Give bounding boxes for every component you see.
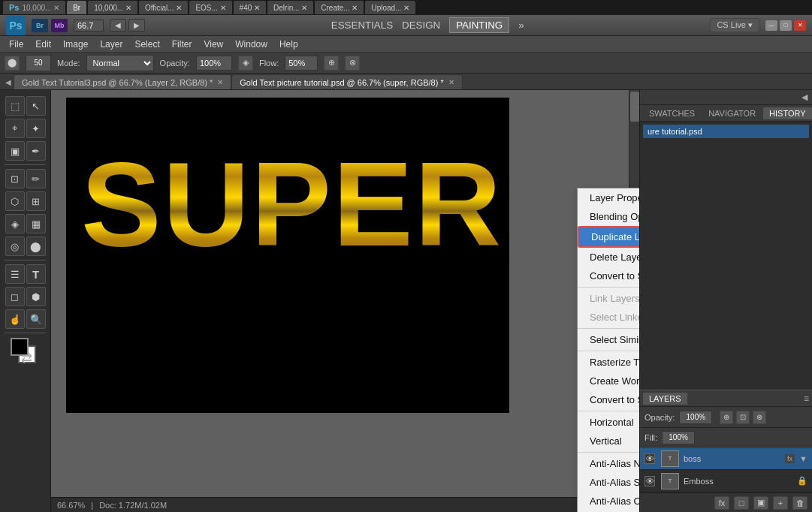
- tab7[interactable]: Delrin... ✕: [267, 1, 313, 14]
- type-tool-button[interactable]: T: [26, 264, 46, 284]
- history-entry-1[interactable]: ure tutorial.psd: [643, 125, 809, 138]
- menu-image[interactable]: Image: [57, 38, 94, 51]
- 3d-tool-button[interactable]: ⬢: [26, 287, 46, 306]
- menu-select[interactable]: Select: [128, 38, 165, 51]
- tab-navigator[interactable]: NAVIGATOR: [702, 107, 762, 119]
- layer-lock-emboss: 🔒: [797, 476, 807, 486]
- brush-size-display: 50: [26, 55, 51, 71]
- zoom-tool-button[interactable]: 🔍: [26, 309, 46, 329]
- tab8[interactable]: Create... ✕: [315, 1, 364, 14]
- clone-stamp-button[interactable]: ⬡: [5, 191, 25, 211]
- healing-brush-button[interactable]: ⊡: [5, 169, 25, 188]
- brush-tool-button[interactable]: ✏: [26, 169, 46, 188]
- add-style-button[interactable]: fx: [714, 496, 729, 510]
- maximize-button[interactable]: □: [780, 20, 792, 31]
- ctx-select-similar[interactable]: Select Similar Layers: [578, 330, 639, 349]
- tool-preset-icon[interactable]: ⬤: [5, 56, 20, 71]
- mode-select[interactable]: Normal: [86, 55, 154, 71]
- new-layer-button[interactable]: +: [773, 496, 788, 510]
- ctx-convert-smart-object[interactable]: Convert to Smart Object: [578, 267, 639, 285]
- eyedropper-button[interactable]: ✒: [26, 141, 46, 161]
- menu-edit[interactable]: Edit: [29, 38, 57, 51]
- layers-menu-icon[interactable]: ≡: [804, 393, 809, 404]
- layer-icon-1[interactable]: ⊕: [720, 411, 733, 424]
- tab3[interactable]: 10,000... ✕: [88, 1, 137, 14]
- minimize-button[interactable]: —: [765, 20, 777, 31]
- layer-item-emboss[interactable]: 👁 T Emboss 🔒: [640, 470, 812, 492]
- layer-visibility-boss[interactable]: 👁: [644, 453, 655, 464]
- ctx-antialias-none[interactable]: Anti-Alias None: [578, 454, 639, 473]
- essentials-button[interactable]: ESSENTIALS: [331, 20, 393, 31]
- ctx-delete-layer[interactable]: Delete Layer: [578, 248, 639, 267]
- ctx-convert-to-shape[interactable]: Convert to Shape: [578, 390, 639, 409]
- panel-collapse-button[interactable]: ◀: [801, 92, 807, 102]
- layer-item-boss[interactable]: 👁 T boss fx ▼: [640, 447, 812, 470]
- history-brush-button[interactable]: ⊞: [26, 191, 46, 211]
- menu-file[interactable]: File: [3, 38, 29, 51]
- active-app-tab[interactable]: Br: [67, 1, 86, 14]
- opacity-input[interactable]: [196, 56, 232, 71]
- vscroll-thumb[interactable]: [630, 92, 639, 122]
- zoom-input[interactable]: [74, 20, 104, 32]
- ctx-layer-properties[interactable]: Layer Properties...: [578, 188, 639, 207]
- nav-forward-button[interactable]: ▶: [128, 19, 145, 32]
- crop-tool-button[interactable]: ▣: [5, 141, 25, 161]
- ctx-vertical[interactable]: Vertical: [578, 432, 639, 450]
- doc-tab-1-close[interactable]: ✕: [217, 78, 223, 86]
- swap-colors-icon[interactable]: ⇄: [21, 350, 32, 366]
- layer-icon-2[interactable]: ⊡: [736, 411, 750, 424]
- flow-input[interactable]: [285, 56, 318, 71]
- painting-button[interactable]: PAINTING: [449, 17, 509, 33]
- gradient-button[interactable]: ▦: [26, 214, 46, 233]
- eraser-button[interactable]: ◈: [5, 214, 25, 233]
- hand-tool-button[interactable]: ☝: [5, 309, 25, 329]
- doc-tab-2[interactable]: Gold Text picture tutorial.psd @ 66.7% (…: [231, 74, 462, 89]
- ps-app-tab[interactable]: Ps 10,000... ✕: [3, 1, 65, 14]
- menu-window[interactable]: Window: [229, 38, 273, 51]
- ctx-create-work-path[interactable]: Create Work Path: [578, 372, 639, 390]
- ctx-antialias-crisp[interactable]: Anti-Alias Crisp: [578, 492, 639, 510]
- tab-history[interactable]: HISTORY: [763, 107, 812, 119]
- ctx-rasterize-type[interactable]: Rasterize Type: [578, 353, 639, 372]
- layer-visibility-emboss[interactable]: 👁: [644, 476, 655, 486]
- flow-icon[interactable]: ⊕: [324, 56, 339, 71]
- dodge-button[interactable]: ⬤: [26, 236, 46, 256]
- marquee-tool-button[interactable]: ⬚: [5, 96, 25, 116]
- canvas-background[interactable]: SUPER Layer Properties... Blending Optio…: [51, 90, 639, 512]
- menu-layer[interactable]: Layer: [94, 38, 128, 51]
- doc-tab-1[interactable]: Gold Text Tutorial3.psd @ 66.7% (Layer 2…: [14, 74, 231, 89]
- ctx-horizontal[interactable]: Horizontal: [578, 413, 639, 432]
- add-mask-button[interactable]: □: [734, 496, 749, 510]
- tab6[interactable]: #40 ✕: [234, 1, 266, 14]
- close-button[interactable]: ✕: [794, 20, 806, 31]
- collapse-panel-button[interactable]: ◀: [3, 74, 14, 89]
- more-button[interactable]: »: [518, 20, 524, 31]
- shape-tool-button[interactable]: ◻: [5, 287, 25, 306]
- nav-back-button[interactable]: ◀: [110, 19, 126, 32]
- menu-help[interactable]: Help: [273, 38, 304, 51]
- new-group-button[interactable]: ▣: [753, 496, 768, 510]
- menu-filter[interactable]: Filter: [166, 38, 198, 51]
- ctx-duplicate-layer[interactable]: Duplicate Layer...: [578, 226, 639, 248]
- ctx-blending-options[interactable]: Blending Options...: [578, 207, 639, 226]
- tab-layers[interactable]: LAYERS: [643, 393, 687, 405]
- doc-tab-2-close[interactable]: ✕: [448, 78, 454, 86]
- design-button[interactable]: DESIGN: [402, 20, 440, 31]
- ctx-sep-4: [578, 411, 639, 411]
- lasso-tool-button[interactable]: ⌖: [5, 119, 25, 138]
- blur-button[interactable]: ◎: [5, 236, 25, 256]
- menu-view[interactable]: View: [198, 38, 229, 51]
- move-tool-button[interactable]: ↖: [26, 96, 46, 116]
- opacity-toggle-icon[interactable]: ◈: [238, 56, 253, 71]
- delete-layer-button[interactable]: 🗑: [792, 496, 807, 510]
- airbrush-icon[interactable]: ⊗: [345, 56, 360, 71]
- ctx-antialias-sharp[interactable]: Anti-Alias Sharp: [578, 473, 639, 492]
- tab5[interactable]: EOS... ✕: [189, 1, 231, 14]
- tab9[interactable]: Upload... ✕: [365, 1, 415, 14]
- pen-tool-button[interactable]: ☰: [5, 264, 25, 284]
- cs-live-button[interactable]: CS Live ▾: [710, 18, 759, 32]
- tab4[interactable]: Official... ✕: [139, 1, 189, 14]
- tab-swatches[interactable]: SWATCHES: [643, 107, 701, 119]
- magic-wand-button[interactable]: ✦: [26, 119, 46, 138]
- layer-icon-3[interactable]: ⊗: [753, 411, 766, 424]
